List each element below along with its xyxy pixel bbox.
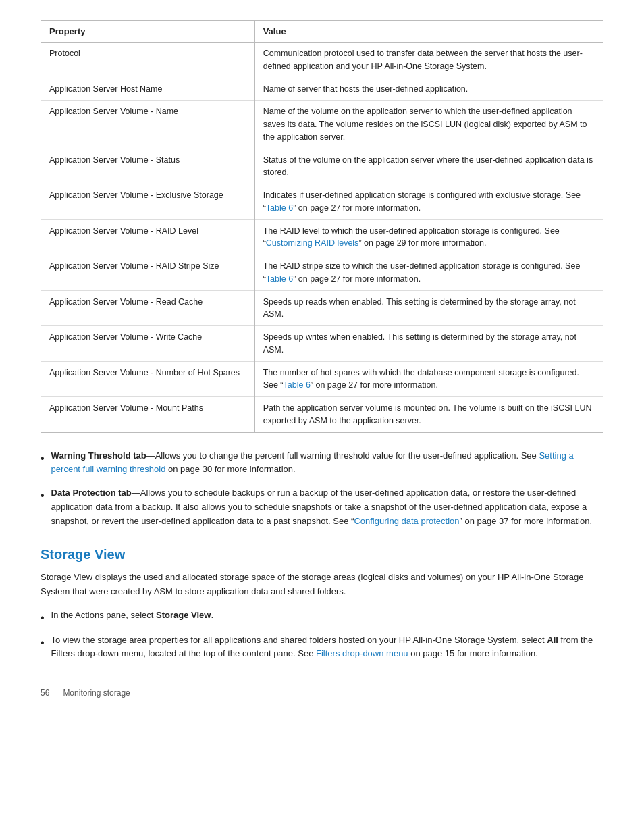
- value-link[interactable]: Table 6: [284, 380, 311, 390]
- property-cell: Application Server Volume - Name: [41, 101, 254, 149]
- value-link[interactable]: Customizing RAID levels: [266, 238, 359, 248]
- table-row: ProtocolCommunication protocol used to t…: [41, 43, 603, 78]
- bullet-dot: •: [41, 450, 45, 467]
- storage-view-body: Storage View displays the used and alloc…: [41, 571, 603, 599]
- bullet-bold: Storage View: [156, 610, 211, 620]
- bullet-link[interactable]: Configuring data protection: [354, 516, 459, 526]
- list-item: •Data Protection tab—Allows you to sched…: [41, 486, 603, 528]
- table-row: Application Server Volume - Read CacheSp…: [41, 290, 603, 326]
- list-item: •Warning Threshold tab—Allows you to cha…: [41, 449, 603, 477]
- storage-view-section: Storage View Storage View displays the u…: [41, 547, 603, 661]
- property-cell: Application Server Volume - Write Cache: [41, 326, 254, 362]
- bullet-dot: •: [41, 634, 45, 652]
- list-item: •To view the storage area properties for…: [41, 633, 603, 662]
- table-row: Application Server Volume - Mount PathsP…: [41, 397, 603, 432]
- storage-view-heading: Storage View: [41, 547, 603, 563]
- table-row: Application Server Volume - Write CacheS…: [41, 326, 603, 362]
- bullet-dot: •: [41, 609, 45, 627]
- property-cell: Application Server Volume - RAID Level: [41, 219, 254, 255]
- value-cell: Name of server that hosts the user-defin…: [254, 78, 603, 101]
- table-row: Application Server Volume - Number of Ho…: [41, 361, 603, 397]
- table-row: Application Server Volume - Exclusive St…: [41, 184, 603, 220]
- col-header-value: Value: [254, 21, 603, 43]
- page-number: 56: [41, 688, 49, 698]
- value-cell: Speeds up reads when enabled. This setti…: [254, 290, 603, 326]
- footer: 56 Monitoring storage: [41, 688, 603, 698]
- property-cell: Application Server Host Name: [41, 78, 254, 101]
- list-item: •In the Actions pane, select Storage Vie…: [41, 608, 603, 627]
- value-cell: Speeds up writes when enabled. This sett…: [254, 326, 603, 362]
- value-cell: The RAID stripe size to which the user-d…: [254, 255, 603, 291]
- table-row: Application Server Volume - RAID LevelTh…: [41, 219, 603, 255]
- bullet-term: Data Protection tab: [51, 488, 132, 498]
- property-cell: Protocol: [41, 43, 254, 78]
- bullet-term: Warning Threshold tab: [51, 450, 146, 461]
- col-header-property: Property: [41, 21, 254, 43]
- bullet-section: •Warning Threshold tab—Allows you to cha…: [41, 449, 603, 529]
- property-cell: Application Server Volume - Status: [41, 149, 254, 184]
- value-link[interactable]: Table 6: [266, 203, 293, 213]
- bullet-bold: All: [547, 635, 558, 645]
- property-cell: Application Server Volume - RAID Stripe …: [41, 255, 254, 291]
- table-row: Application Server Volume - StatusStatus…: [41, 149, 603, 184]
- table-row: Application Server Host NameName of serv…: [41, 78, 603, 101]
- value-cell: Status of the volume on the application …: [254, 149, 603, 184]
- value-cell: Indicates if user-defined application st…: [254, 184, 603, 220]
- property-cell: Application Server Volume - Number of Ho…: [41, 361, 254, 397]
- value-link[interactable]: Table 6: [266, 274, 293, 284]
- value-cell: The RAID level to which the user-defined…: [254, 219, 603, 255]
- value-cell: Path the application server volume is mo…: [254, 397, 603, 432]
- footer-label: Monitoring storage: [63, 688, 130, 698]
- value-cell: The number of hot spares with which the …: [254, 361, 603, 397]
- property-cell: Application Server Volume - Read Cache: [41, 290, 254, 326]
- properties-table: Property Value ProtocolCommunication pro…: [41, 20, 603, 433]
- bullet-dot: •: [41, 487, 45, 504]
- value-cell: Communication protocol used to transfer …: [254, 43, 603, 78]
- storage-bullet-link[interactable]: Filters drop-down menu: [316, 648, 408, 658]
- bullet-content: In the Actions pane, select Storage View…: [51, 608, 603, 623]
- property-cell: Application Server Volume - Mount Paths: [41, 397, 254, 432]
- bullet-content: To view the storage area properties for …: [51, 633, 603, 662]
- value-cell: Name of the volume on the application se…: [254, 101, 603, 149]
- table-row: Application Server Volume - NameName of …: [41, 101, 603, 149]
- table-row: Application Server Volume - RAID Stripe …: [41, 255, 603, 291]
- property-cell: Application Server Volume - Exclusive St…: [41, 184, 254, 220]
